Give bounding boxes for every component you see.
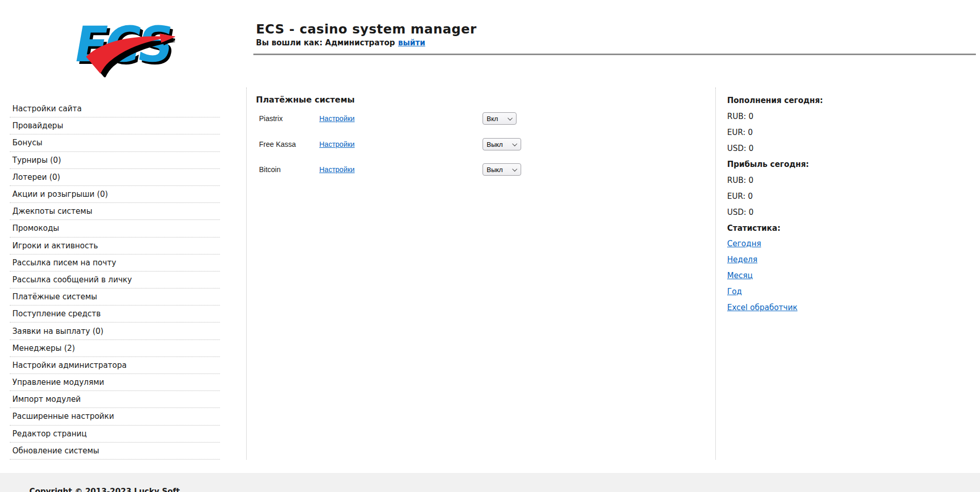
profit-rub: RUB: 0	[727, 172, 954, 188]
payment-name: Bitcoin	[259, 165, 319, 174]
select-value: Выкл	[487, 141, 503, 148]
piastrix-status-select[interactable]: Вкл	[483, 112, 517, 125]
sidebar-item-managers[interactable]: Менеджеры (2)	[10, 340, 220, 357]
select-value: Выкл	[487, 166, 503, 174]
sidebar-item-providers[interactable]: Провайдеры	[10, 117, 220, 134]
sidebar-item-admin-settings[interactable]: Настройки администратора	[10, 357, 220, 374]
stats-link-week[interactable]: Неделя	[727, 255, 758, 264]
sidebar-item-incoming-funds[interactable]: Поступление средств	[10, 306, 220, 323]
stats-divider	[715, 88, 716, 460]
profit-eur: EUR: 0	[727, 188, 954, 204]
freekassa-status-select[interactable]: Выкл	[483, 138, 521, 150]
sidebar-item-module-import[interactable]: Импорт модулей	[10, 391, 220, 408]
payment-name: Piastrix	[259, 114, 319, 123]
sidebar-item-tournaments[interactable]: Турниры (0)	[10, 152, 220, 169]
sidebar-item-site-settings[interactable]: Настройки сайта	[10, 100, 220, 117]
payment-row-bitcoin: Bitcoin Настройки Выкл	[259, 163, 521, 176]
ecs-logo-image: ECS ECS	[70, 14, 175, 77]
profit-heading: Прибыль сегодня:	[727, 157, 954, 173]
chevron-down-icon	[512, 166, 518, 172]
stats-link-month[interactable]: Месяц	[727, 271, 753, 280]
sidebar-item-jackpots[interactable]: Джекпоты системы	[10, 203, 220, 220]
stats-link-excel[interactable]: Excel обработчик	[727, 303, 797, 312]
copyright-text: Copyright © 2013-2023 Lucky Soft	[29, 487, 180, 492]
sidebar-item-players-activity[interactable]: Игроки и активность	[10, 237, 220, 255]
sidebar-item-advanced-settings[interactable]: Расширенные настройки	[10, 408, 220, 425]
sidebar-menu: Настройки сайта Провайдеры Бонусы Турнир…	[10, 100, 220, 460]
sidebar-item-email-mailing[interactable]: Рассылка писем на почту	[10, 255, 220, 272]
profit-usd: USD: 0	[727, 204, 954, 220]
sidebar-item-lotteries[interactable]: Лотереи (0)	[10, 169, 220, 186]
bitcoin-settings-link[interactable]: Настройки	[319, 165, 355, 174]
deposits-usd: USD: 0	[727, 141, 954, 157]
deposits-eur: EUR: 0	[727, 125, 954, 141]
chevron-down-icon	[512, 141, 518, 146]
ecs-logo: ECS ECS	[70, 14, 175, 77]
sidebar-item-payment-systems[interactable]: Платёжные системы	[10, 289, 220, 306]
payment-row-piastrix: Piastrix Настройки Вкл	[259, 112, 517, 125]
freekassa-settings-link[interactable]: Настройки	[319, 140, 355, 148]
piastrix-settings-link[interactable]: Настройки	[319, 114, 355, 123]
stats-panel: Пополнения сегодня: RUB: 0 EUR: 0 USD: 0…	[727, 93, 954, 315]
page-title: ECS - casino system manager	[256, 22, 476, 37]
sidebar-item-promotions[interactable]: Акции и розыгрыши (0)	[10, 186, 220, 203]
stats-link-today[interactable]: Сегодня	[727, 239, 761, 248]
deposits-heading: Пополнения сегодня:	[727, 93, 954, 109]
payment-row-freekassa: Free Kassa Настройки Выкл	[259, 138, 521, 150]
chevron-down-icon	[508, 115, 513, 121]
sidebar-item-pm-mailing[interactable]: Рассылка сообщений в личку	[10, 272, 220, 289]
login-status: Вы вошли как: Администраторвыйти	[256, 38, 425, 47]
sidebar-item-page-editor[interactable]: Редактор страниц	[10, 426, 220, 443]
bitcoin-status-select[interactable]: Выкл	[483, 163, 521, 176]
sidebar-divider	[246, 88, 247, 460]
sidebar-item-bonuses[interactable]: Бонусы	[10, 134, 220, 151]
stats-link-year[interactable]: Год	[727, 287, 742, 296]
deposits-rub: RUB: 0	[727, 109, 954, 125]
sidebar-item-system-update[interactable]: Обновление системы	[10, 443, 220, 460]
logout-link[interactable]: выйти	[398, 38, 425, 47]
section-heading: Платёжные системы	[256, 95, 355, 105]
payment-name: Free Kassa	[259, 140, 319, 148]
select-value: Вкл	[487, 115, 498, 123]
stats-heading: Статистика:	[727, 220, 954, 236]
sidebar-item-payout-requests[interactable]: Заявки на выплату (0)	[10, 323, 220, 340]
footer: Copyright © 2013-2023 Lucky Soft	[0, 473, 980, 492]
sidebar-item-module-management[interactable]: Управление модулями	[10, 374, 220, 391]
login-status-text: Вы вошли как: Администратор	[256, 38, 395, 47]
header-divider	[253, 54, 976, 55]
sidebar-item-promocodes[interactable]: Промокоды	[10, 220, 220, 237]
